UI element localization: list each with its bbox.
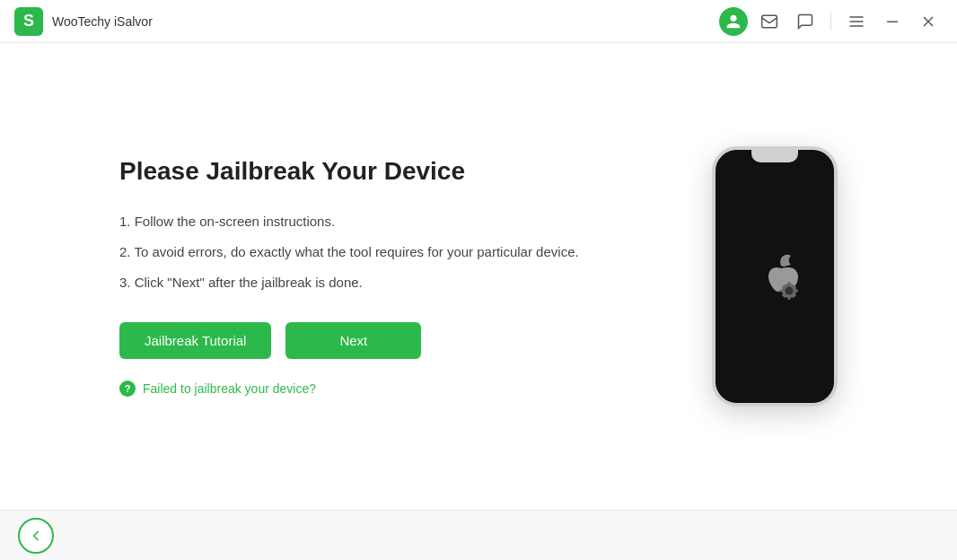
instructions-list: 1. Follow the on-screen instructions. 2.… xyxy=(119,211,640,293)
bottom-bar xyxy=(0,510,957,560)
help-icon: ? xyxy=(119,381,136,397)
titlebar-right xyxy=(719,7,943,36)
apple-gear-icon xyxy=(739,241,811,312)
phone-mockup xyxy=(712,146,838,407)
close-button[interactable] xyxy=(914,7,943,36)
logo-letter: S xyxy=(23,12,34,31)
svg-rect-0 xyxy=(762,15,777,27)
right-section xyxy=(712,146,838,407)
instruction-item-1: 1. Follow the on-screen instructions. xyxy=(119,211,640,232)
app-title: WooTechy iSalvor xyxy=(52,14,153,29)
svg-point-8 xyxy=(786,287,794,295)
mail-icon[interactable] xyxy=(755,7,784,36)
svg-rect-10 xyxy=(788,295,791,300)
failed-jailbreak-link[interactable]: ? Failed to jailbreak your device? xyxy=(119,381,640,397)
back-button[interactable] xyxy=(18,518,54,554)
menu-icon[interactable] xyxy=(842,7,871,36)
main-content: Please Jailbreak Your Device 1. Follow t… xyxy=(0,43,957,510)
svg-rect-4 xyxy=(887,21,898,22)
svg-rect-12 xyxy=(794,290,798,293)
separator xyxy=(830,13,831,31)
instruction-item-2: 2. To avoid errors, do exactly what the … xyxy=(119,241,640,263)
buttons-row: Jailbreak Tutorial Next xyxy=(119,322,640,359)
chat-icon[interactable] xyxy=(791,7,820,36)
instruction-item-3: 3. Click "Next" after the jailbreak is d… xyxy=(119,272,640,293)
phone-notch xyxy=(751,150,798,162)
svg-rect-11 xyxy=(780,290,785,293)
titlebar-left: S WooTechy iSalvor xyxy=(14,7,153,36)
jailbreak-graphic xyxy=(739,241,811,312)
page-title: Please Jailbreak Your Device xyxy=(119,157,640,186)
left-section: Please Jailbreak Your Device 1. Follow t… xyxy=(119,157,640,397)
svg-rect-9 xyxy=(788,282,791,286)
next-button[interactable]: Next xyxy=(285,322,421,359)
app-logo: S xyxy=(14,7,43,36)
phone-screen xyxy=(716,150,834,403)
minimize-button[interactable] xyxy=(878,7,907,36)
jailbreak-tutorial-button[interactable]: Jailbreak Tutorial xyxy=(119,322,271,359)
user-icon[interactable] xyxy=(719,7,748,36)
titlebar: S WooTechy iSalvor xyxy=(0,0,957,43)
